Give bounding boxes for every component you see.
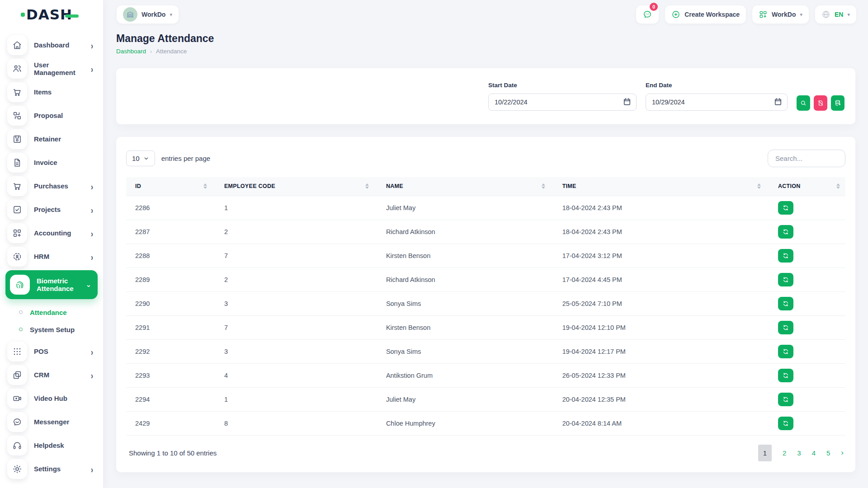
home-icon	[7, 35, 27, 55]
sidebar-item-biometric-attendance[interactable]: Biometric Attendance ⌄	[5, 270, 98, 299]
table-row: 24298Chloe Humphrey20-04-2024 8:14 AM	[126, 411, 845, 435]
create-workspace-button[interactable]: Create Workspace	[665, 5, 746, 23]
refresh-icon	[782, 324, 789, 331]
chevron-right-icon: ›	[91, 205, 93, 215]
chevron-right-icon: ›	[91, 181, 93, 191]
resync-button[interactable]	[778, 297, 793, 310]
resync-button[interactable]	[778, 273, 793, 286]
table-body: 22861Juliet May18-04-2024 2:43 PM 22872R…	[126, 196, 845, 435]
sidebar-item-crm[interactable]: CRM ›	[5, 365, 98, 385]
resync-button[interactable]	[778, 417, 793, 430]
calendar-icon[interactable]	[623, 97, 632, 108]
calendar-icon[interactable]	[774, 97, 783, 108]
sidebar-item-user-management[interactable]: User Management ›	[5, 59, 98, 79]
start-date-label: Start Date	[488, 82, 637, 89]
sidebar-item-invoice[interactable]: Invoice	[5, 153, 98, 173]
page-button-3[interactable]: 3	[797, 449, 801, 457]
sort-icon[interactable]	[757, 183, 761, 189]
search-icon	[800, 99, 807, 107]
resync-button[interactable]	[778, 369, 793, 382]
chevron-down-icon: ▾	[847, 12, 850, 18]
messages-button[interactable]: 0	[636, 5, 659, 23]
sidebar-item-purchases[interactable]: Purchases ›	[5, 176, 98, 196]
table-search-input[interactable]	[768, 150, 845, 167]
chat-bubble-icon	[7, 412, 27, 432]
chevron-right-icon: ›	[91, 252, 93, 262]
next-page-button[interactable]: ›	[841, 448, 844, 457]
sidebar-item-items[interactable]: Items	[5, 82, 98, 102]
sidebar-item-hrm[interactable]: HRM ›	[5, 247, 98, 267]
column-header-action[interactable]: ACTION	[766, 177, 845, 196]
sidebar-nav: Dashboard › User Management › Items Prop…	[0, 29, 103, 479]
breadcrumb-dashboard-link[interactable]: Dashboard	[116, 48, 146, 55]
resync-button[interactable]	[778, 393, 793, 406]
sidebar-item-messenger[interactable]: Messenger	[5, 412, 98, 432]
attendance-table: ID EMPLOYEE CODE NAME TIME ACTION 22861J…	[126, 177, 845, 436]
sidebar-item-dashboard[interactable]: Dashboard ›	[5, 35, 98, 55]
column-header-employee-code[interactable]: EMPLOYEE CODE	[212, 177, 374, 196]
grid-plus-icon	[759, 10, 768, 19]
submenu-item-attendance[interactable]: Attendance	[19, 305, 98, 319]
sidebar-item-projects[interactable]: Projects ›	[5, 200, 98, 220]
breadcrumb-separator: ›	[150, 48, 152, 55]
sidebar-item-helpdesk[interactable]: Helpdesk	[5, 436, 98, 455]
refresh-icon	[782, 204, 789, 211]
apply-filter-button[interactable]	[797, 95, 810, 111]
attendance-table-card: 10 entries per page ID EMPLOYEE CODE	[116, 137, 855, 472]
chevron-down-icon	[143, 155, 149, 161]
reset-filter-button[interactable]	[814, 95, 827, 111]
page-button-4[interactable]: 4	[812, 449, 816, 457]
export-button[interactable]	[831, 95, 844, 111]
submenu-item-system-setup[interactable]: System Setup	[19, 323, 98, 336]
page-button-2[interactable]: 2	[783, 449, 786, 457]
start-date-input[interactable]	[488, 94, 637, 111]
start-date-field: Start Date	[488, 82, 637, 111]
resync-button[interactable]	[778, 225, 793, 239]
table-row: 22872Richard Atkinson18-04-2024 2:43 PM	[126, 220, 845, 244]
video-camera-icon	[7, 389, 27, 408]
sidebar-item-pos[interactable]: POS ›	[5, 342, 98, 361]
chevron-down-icon: ▾	[170, 12, 172, 18]
breadcrumb-current: Attendance	[156, 48, 187, 55]
column-header-id[interactable]: ID	[126, 177, 212, 196]
grid-plus-icon	[7, 223, 27, 243]
sidebar-item-proposal[interactable]: Proposal	[5, 106, 98, 126]
brand-logo[interactable]: DASH	[0, 0, 103, 29]
page-button-5[interactable]: 5	[826, 449, 830, 457]
sidebar-item-retainer[interactable]: Retainer	[5, 129, 98, 149]
bullet-icon	[19, 310, 23, 314]
app-root: DASH Dashboard › User Management › Items	[0, 0, 868, 488]
table-header-row: ID EMPLOYEE CODE NAME TIME ACTION	[126, 177, 845, 196]
sort-icon[interactable]	[203, 183, 207, 189]
resync-button[interactable]	[778, 249, 793, 263]
column-header-time[interactable]: TIME	[551, 177, 766, 196]
sort-icon[interactable]	[836, 183, 840, 189]
sidebar-item-video-hub[interactable]: Video Hub	[5, 389, 98, 408]
pagination: 1 2 3 4 5 ›	[758, 445, 844, 461]
chevron-right-icon: ›	[91, 464, 93, 474]
page-button-1[interactable]: 1	[758, 445, 772, 461]
chevron-right-icon: ›	[91, 40, 93, 50]
biometric-submenu: Attendance System Setup	[5, 303, 98, 342]
sort-icon[interactable]	[365, 183, 369, 189]
filter-buttons	[797, 95, 844, 112]
sidebar-item-settings[interactable]: Settings ›	[5, 459, 98, 479]
page-size-select[interactable]: 10	[126, 150, 155, 166]
workspace-avatar	[123, 7, 137, 22]
end-date-input[interactable]	[646, 94, 788, 111]
refresh-icon	[782, 276, 789, 283]
resync-button[interactable]	[778, 201, 793, 215]
resync-button[interactable]	[778, 345, 793, 358]
sort-icon[interactable]	[542, 183, 545, 189]
resync-button[interactable]	[778, 321, 793, 334]
cart-icon	[7, 176, 27, 196]
language-selector[interactable]: EN ▾	[815, 5, 856, 23]
cart-icon	[7, 82, 27, 102]
app-menu-button[interactable]: WorkDo ▾	[752, 5, 809, 23]
column-header-name[interactable]: NAME	[374, 177, 551, 196]
check-square-icon	[7, 200, 27, 220]
page-title: Manage Attendance	[116, 33, 855, 45]
workspace-switcher[interactable]: WorkDo ▾	[117, 5, 179, 23]
logo-dot	[21, 13, 25, 17]
sidebar-item-accounting[interactable]: Accounting ›	[5, 223, 98, 243]
